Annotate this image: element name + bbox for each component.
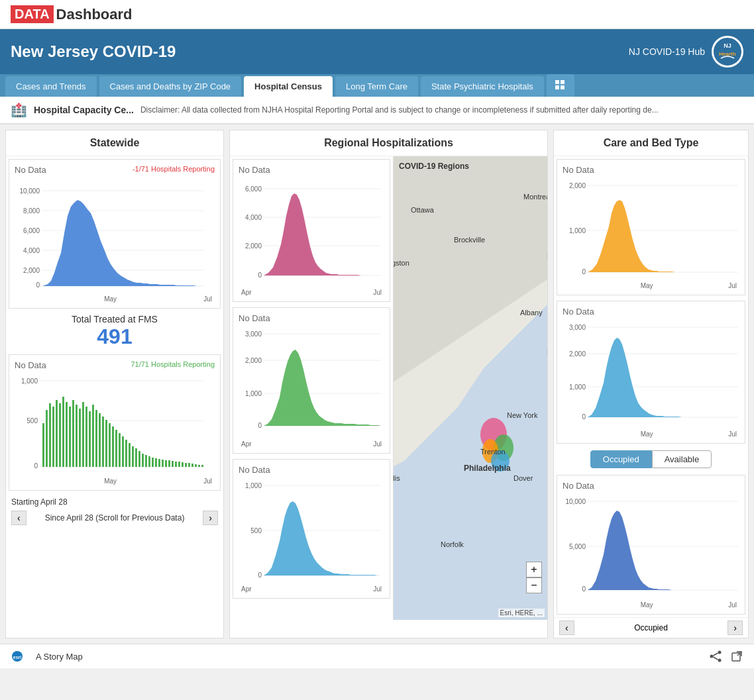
svg-rect-51 (129, 443, 131, 467)
svg-rect-3 (555, 80, 559, 84)
svg-text:0: 0 (258, 572, 262, 579)
svg-rect-59 (155, 458, 157, 467)
svg-rect-60 (158, 459, 160, 467)
svg-rect-36 (79, 409, 81, 467)
statewide-chart2: No Data 71/71 Hospitals Reporting 1,000 … (9, 354, 221, 491)
care-chart3: No Data 10,000 5,000 0 MayJul (557, 475, 745, 615)
tab-grid-icon[interactable] (547, 74, 574, 97)
svg-text:Albany: Albany (520, 309, 543, 317)
regional-map: Ottawa Montreal Brockville Kingston Mont… (393, 156, 547, 620)
svg-rect-48 (119, 433, 121, 467)
svg-rect-50 (125, 440, 127, 467)
svg-rect-31 (62, 397, 64, 467)
external-link-icon[interactable] (730, 650, 743, 663)
svg-rect-35 (76, 405, 78, 467)
logo-data: DATA (11, 5, 54, 23)
svg-text:0: 0 (582, 585, 586, 593)
svg-text:4,000: 4,000 (23, 247, 40, 254)
svg-rect-62 (165, 460, 167, 467)
svg-text:10,000: 10,000 (19, 187, 40, 195)
care-scroll-nav: ‹ Occupied › (554, 617, 748, 638)
svg-rect-43 (102, 417, 104, 467)
statewide-reporting-1: -1/71 Hospitals Reporting (133, 165, 215, 173)
tab-long-term[interactable]: Long Term Care (335, 76, 418, 97)
svg-text:0: 0 (582, 413, 586, 421)
svg-text:2,000: 2,000 (245, 242, 262, 250)
svg-rect-57 (148, 456, 150, 467)
svg-text:Hartfor: Hartfor (547, 348, 547, 356)
svg-text:Ottawa: Ottawa (411, 206, 435, 214)
svg-rect-33 (69, 407, 71, 467)
tab-cases-trends[interactable]: Cases and Trends (5, 76, 97, 97)
zoom-out-button[interactable]: − (526, 577, 542, 593)
svg-rect-58 (152, 458, 154, 467)
svg-text:Montpe: Montpe (547, 252, 547, 260)
svg-text:New York: New York (507, 411, 538, 419)
svg-rect-30 (59, 403, 61, 467)
esri-logo-svg: esri (11, 650, 30, 663)
svg-text:500: 500 (250, 527, 262, 534)
scroll-next[interactable]: › (203, 511, 218, 525)
care-header: Care and Bed Type (554, 130, 748, 156)
statewide-chart1: No Data -1/71 Hospitals Reporting 10,000… (9, 159, 221, 309)
svg-rect-5 (555, 85, 559, 89)
svg-text:1,000: 1,000 (245, 390, 262, 397)
svg-rect-49 (122, 436, 124, 467)
svg-point-139 (710, 655, 714, 658)
svg-rect-32 (66, 402, 68, 467)
svg-text:3,000: 3,000 (569, 324, 586, 331)
scroll-prev[interactable]: ‹ (11, 511, 27, 525)
map-svg: Ottawa Montreal Brockville Kingston Mont… (394, 156, 547, 620)
occupied-button[interactable]: Occupied (590, 450, 652, 468)
regional-header: Regional Hospitalizations (230, 130, 547, 156)
svg-text:8,000: 8,000 (23, 207, 40, 215)
disclaimer-bar: 🏥 Hospital Capacity Ce... Disclaimer: Al… (0, 97, 754, 125)
care-scroll-next[interactable]: › (727, 621, 743, 635)
svg-text:Minneapolis: Minneapolis (394, 474, 400, 482)
map-area: Ottawa Montreal Brockville Kingston Mont… (394, 156, 547, 620)
svg-rect-63 (168, 460, 170, 467)
svg-text:6,000: 6,000 (23, 227, 40, 234)
svg-rect-56 (145, 455, 147, 467)
svg-text:500: 500 (27, 417, 38, 425)
svg-rect-4 (561, 80, 565, 84)
svg-rect-46 (112, 426, 114, 467)
tab-hospital-census[interactable]: Hospital Census (244, 76, 333, 97)
svg-rect-54 (138, 451, 140, 467)
svg-text:esri: esri (13, 655, 22, 660)
logo-dashboard: Dashboard (56, 6, 133, 23)
nav-title: New Jersey COVID-19 (11, 42, 176, 61)
tab-state-psych[interactable]: State Psychiatric Hospitals (421, 76, 544, 97)
nav-right: NJ COVID-19 Hub NJ Hearth (629, 36, 743, 68)
svg-text:2,000: 2,000 (569, 350, 586, 358)
svg-text:NJ: NJ (724, 42, 731, 49)
statewide-chart2-svg: 1,000 500 0 (15, 370, 207, 476)
care-chart2: No Data 3,000 2,000 1,000 0 MayJul (557, 301, 745, 444)
total-treated-section: Total Treated at FMS 491 (6, 311, 223, 352)
svg-text:3,000: 3,000 (245, 330, 262, 338)
tab-cases-zip[interactable]: Cases and Deaths by ZIP Code (99, 76, 242, 97)
svg-text:1,000: 1,000 (569, 383, 586, 391)
share-icon[interactable] (709, 650, 722, 663)
zoom-in-button[interactable]: + (526, 562, 542, 577)
svg-rect-52 (132, 446, 134, 467)
svg-rect-67 (182, 462, 184, 467)
chart2-x-labels: MayJul (15, 477, 215, 485)
svg-rect-34 (72, 400, 74, 467)
svg-rect-53 (135, 448, 137, 467)
care-scroll-prev[interactable]: ‹ (559, 621, 574, 635)
map-attribution: Esri, HERE, ... (498, 609, 545, 617)
care-chart3-svg: 10,000 5,000 0 (563, 491, 741, 600)
svg-rect-65 (175, 462, 177, 467)
svg-rect-70 (191, 464, 193, 467)
svg-rect-45 (109, 423, 111, 467)
svg-text:6,000: 6,000 (245, 185, 262, 193)
regional-chart3-svg: 1,000 500 0 (239, 475, 384, 584)
svg-rect-44 (105, 420, 107, 467)
available-button[interactable]: Available (652, 450, 712, 468)
svg-rect-47 (115, 430, 117, 467)
svg-rect-66 (178, 462, 180, 467)
care-no-data-1: No Data (563, 165, 739, 175)
svg-text:0: 0 (36, 281, 40, 289)
regional-grid: No Data 6,000 4,000 2,000 0 AprJul (230, 156, 547, 620)
